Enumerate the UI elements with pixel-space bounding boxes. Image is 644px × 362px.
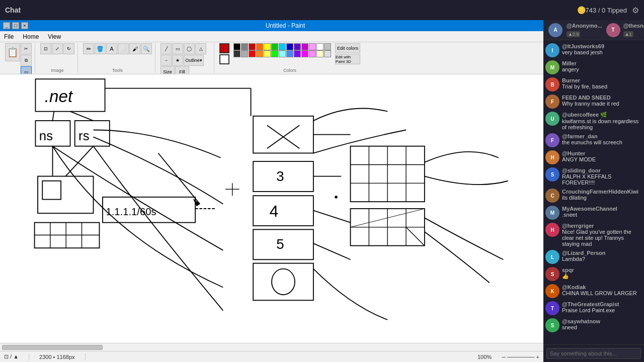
chat-input[interactable]	[546, 348, 641, 359]
maximize-button[interactable]: □	[12, 22, 19, 29]
select-button[interactable]: ▭	[21, 66, 32, 74]
svg-text:rs: rs	[78, 129, 89, 143]
color-red[interactable]	[249, 43, 256, 50]
color-bright-purple[interactable]	[294, 50, 301, 57]
fill2-btn[interactable]: Fill	[175, 66, 189, 74]
top-chatter-2-info: @thesneed ▲1	[623, 23, 644, 38]
top-chatter-2-name: @thesneed	[623, 23, 644, 29]
paint-menubar: File Home View	[0, 31, 543, 42]
cut-button[interactable]: ✂	[21, 43, 32, 54]
menu-file[interactable]: File	[2, 33, 16, 40]
settings-icon[interactable]: ⚙	[632, 6, 639, 15]
status-divider-1	[29, 353, 29, 360]
chat-username: @sliding_door	[562, 167, 642, 173]
star-button[interactable]: ★	[172, 55, 183, 66]
fill-button[interactable]: 🪣	[95, 43, 106, 54]
brush-button[interactable]: 🖌	[129, 43, 140, 54]
resize-button[interactable]: ⤢	[52, 43, 63, 54]
color-gray[interactable]	[241, 43, 248, 50]
paint-canvas[interactable]: .net ns rs 1.1.1.1/60s	[0, 74, 543, 343]
avatar: I	[545, 43, 559, 57]
color-row-2	[233, 50, 331, 57]
hscroll-thumb[interactable]	[2, 345, 103, 350]
list-item: K @Kodiak CHINA WILL GROW LARGER	[545, 284, 642, 298]
menu-home[interactable]: Home	[21, 33, 41, 40]
coin-icon: 🪙	[577, 6, 586, 14]
magnifier-button[interactable]: 🔍	[141, 43, 152, 54]
list-item: F @farmer_dan the eunuchs will screech	[545, 133, 642, 147]
list-item: B Burner Trial by fire, based	[545, 77, 642, 92]
zoom-controls[interactable]: ─ ─────── +	[502, 354, 539, 360]
paint-hscroll[interactable]	[0, 343, 543, 351]
color-magenta[interactable]	[301, 43, 308, 50]
paint-toolbar: 📋 ✂ ⧉ ▭ Clipboard ⊡ ⤢ ↻ Image	[0, 42, 543, 74]
color-light-cyan[interactable]	[279, 50, 286, 57]
color-cream[interactable]	[316, 50, 324, 57]
color-green[interactable]	[271, 43, 278, 50]
rect-button[interactable]: ▭	[172, 43, 183, 54]
chat-text: its dilating	[562, 195, 642, 201]
crop-button[interactable]: ⊡	[40, 43, 51, 54]
image-label: Image	[51, 67, 63, 73]
color-pink[interactable]	[309, 43, 316, 50]
avatar: S	[545, 318, 559, 332]
edit-colors-button[interactable]: Edit colors	[335, 43, 360, 53]
ellipse-button[interactable]: ◯	[184, 43, 195, 54]
color2-swatch[interactable]	[219, 54, 229, 64]
arrow-button[interactable]: →	[160, 55, 172, 66]
list-item: L @Lizard_Person Lambda?	[545, 250, 642, 264]
triangle-button[interactable]: △	[195, 43, 206, 54]
edit-paint3d-button[interactable]: Edit with Paint 3D	[335, 54, 360, 64]
toolbar-clipboard: 📋 ✂ ⧉ ▭ Clipboard	[2, 43, 35, 73]
color-silver[interactable]	[324, 43, 331, 50]
chat-text: Why tranny made it red	[562, 101, 642, 107]
chat-username: FEED AND SNEED	[562, 95, 642, 101]
chat-username: @Kodiak	[562, 284, 642, 290]
color-blue[interactable]	[286, 43, 293, 50]
color-bright-yellow[interactable]	[264, 50, 271, 57]
color-yellow[interactable]	[264, 43, 271, 50]
pencil-button[interactable]: ✏	[83, 43, 94, 54]
color-light-pink[interactable]	[309, 50, 316, 57]
rotate-button[interactable]: ↻	[63, 43, 74, 54]
size-btn[interactable]: Size	[160, 66, 175, 74]
color1-swatch[interactable]	[219, 43, 229, 53]
chat-text: Lambda?	[562, 256, 642, 262]
close-button[interactable]: ×	[21, 22, 28, 29]
color-purple[interactable]	[294, 43, 301, 50]
color-bright-red[interactable]	[249, 50, 256, 57]
menu-view[interactable]: View	[46, 33, 63, 40]
svg-line-11	[65, 146, 93, 176]
color-bright-magenta[interactable]	[301, 50, 308, 57]
main-content: _ □ × Untitled - Paint File Home View 📋 …	[0, 20, 644, 362]
paste-button[interactable]: 📋	[5, 43, 20, 61]
chat-username: Miller	[562, 60, 642, 66]
top-chatter-1-badge: ▲2.9	[567, 31, 580, 37]
chat-username: @ubercoffeee 🌿	[562, 112, 642, 118]
line-button[interactable]: ╱	[160, 43, 172, 54]
outline-btn[interactable]: Outline▾	[184, 55, 204, 66]
color-bright-green[interactable]	[271, 50, 278, 57]
top-chatter-1-avatar: A	[548, 23, 562, 37]
color-white[interactable]	[316, 43, 324, 50]
text-button[interactable]: A	[106, 43, 117, 54]
chat-text: Trial by fire, based	[562, 83, 642, 89]
color-light-gray[interactable]	[241, 50, 248, 57]
chat-content: @ItJustworks69 very based jersh	[562, 43, 642, 55]
minimize-button[interactable]: _	[3, 22, 10, 29]
list-item: M Miller angery	[545, 60, 642, 74]
copy-button[interactable]: ⧉	[21, 55, 32, 66]
color-light-blue[interactable]	[286, 50, 293, 57]
color-very-light[interactable]	[324, 50, 331, 57]
eraser-button[interactable]: ⬜	[118, 43, 129, 54]
chat-username: @herrgriger	[562, 223, 642, 229]
status-divider-2	[85, 353, 86, 360]
avatar: B	[545, 77, 559, 92]
image-buttons: ⊡ ⤢ ↻	[40, 43, 74, 54]
color-black[interactable]	[233, 43, 240, 50]
paint-titlebar: _ □ × Untitled - Paint	[0, 20, 543, 31]
color-cyan[interactable]	[279, 43, 286, 50]
color-dark[interactable]	[233, 50, 240, 57]
color-bright-orange[interactable]	[256, 50, 263, 57]
color-orange[interactable]	[256, 43, 263, 50]
